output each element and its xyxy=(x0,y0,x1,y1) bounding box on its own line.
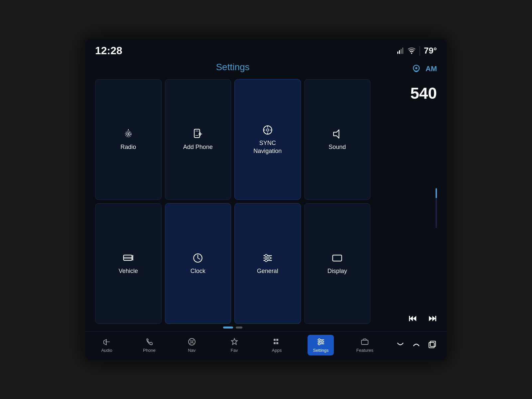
dot-active xyxy=(223,327,233,329)
main-content: Settings Radio xyxy=(85,60,447,331)
nav-phone[interactable]: Phone xyxy=(138,337,161,353)
svg-rect-38 xyxy=(435,316,436,321)
svg-rect-35 xyxy=(409,316,410,321)
svg-rect-1 xyxy=(399,50,400,54)
svg-point-29 xyxy=(265,259,267,261)
scroll-bar[interactable] xyxy=(436,188,437,228)
nav-features[interactable]: Features xyxy=(353,337,376,353)
svg-point-41 xyxy=(191,341,193,343)
svg-point-28 xyxy=(268,257,270,259)
svg-rect-30 xyxy=(333,255,342,261)
features-icon xyxy=(360,337,369,346)
right-top-icons: AM xyxy=(411,64,437,74)
svg-rect-43 xyxy=(274,339,276,341)
screen: 12:28 79° xyxy=(83,37,449,362)
left-panel: Settings Radio xyxy=(92,60,374,331)
display-label: Display xyxy=(328,267,347,275)
dot-inactive xyxy=(236,327,242,329)
prev-track-button[interactable] xyxy=(408,314,418,325)
svg-rect-55 xyxy=(430,341,436,346)
divider xyxy=(420,46,420,56)
features-label: Features xyxy=(356,348,373,353)
general-label: General xyxy=(257,267,278,275)
media-controls xyxy=(408,314,437,328)
svg-rect-2 xyxy=(401,49,402,54)
svg-point-7 xyxy=(128,133,129,135)
svg-rect-46 xyxy=(276,342,278,344)
svg-marker-16 xyxy=(333,130,339,138)
svg-point-27 xyxy=(265,254,267,257)
grid-item-general[interactable]: General xyxy=(234,203,301,324)
audio-label: Audio xyxy=(101,348,112,353)
svg-rect-0 xyxy=(397,52,398,54)
svg-rect-44 xyxy=(276,339,278,341)
clock-display: 12:28 xyxy=(95,45,122,57)
grid-item-vehicle[interactable]: Vehicle xyxy=(95,203,162,324)
frequency-display: 540 xyxy=(410,84,437,102)
svg-point-32 xyxy=(415,67,417,69)
svg-marker-33 xyxy=(410,316,413,321)
sync-nav-icon xyxy=(262,124,274,136)
svg-point-40 xyxy=(189,338,195,345)
svg-point-50 xyxy=(318,339,320,341)
phone-label: Phone xyxy=(143,348,156,353)
connected-icon xyxy=(411,64,422,74)
settings-label: Settings xyxy=(313,348,329,353)
next-track-button[interactable] xyxy=(428,314,437,325)
sync-nav-label: SYNCNavigation xyxy=(253,139,282,155)
apps-icon xyxy=(272,337,281,346)
grid-item-add-phone[interactable]: Add Phone xyxy=(165,79,231,200)
svg-marker-34 xyxy=(413,316,416,321)
grid-item-sync-nav[interactable]: SYNCNavigation xyxy=(234,79,301,200)
svg-rect-54 xyxy=(429,342,434,348)
nav-nav[interactable]: Nav xyxy=(180,337,203,353)
audio-icon xyxy=(102,337,111,346)
bottom-nav: Audio Phone Nav Fav xyxy=(85,331,447,360)
temperature: 79° xyxy=(424,46,437,56)
sound-icon xyxy=(331,128,343,140)
up-arrow-button[interactable] xyxy=(412,340,421,350)
nav-fav[interactable]: Fav xyxy=(223,337,246,353)
nav-settings[interactable]: Settings xyxy=(308,335,334,355)
grid-item-clock[interactable]: Clock xyxy=(165,203,231,324)
scroll-thumb xyxy=(436,188,437,198)
settings-grid: Radio Add Phone xyxy=(92,79,374,324)
nav-label: Nav xyxy=(188,348,196,353)
nav-audio[interactable]: Audio xyxy=(95,337,118,353)
phone-icon xyxy=(145,337,154,346)
svg-rect-3 xyxy=(402,48,403,54)
grid-item-radio[interactable]: Radio xyxy=(95,79,162,200)
nav-apps[interactable]: Apps xyxy=(265,337,288,353)
clock-label: Clock xyxy=(191,267,205,275)
svg-marker-37 xyxy=(432,316,436,321)
settings-icon xyxy=(317,337,325,346)
add-phone-label: Add Phone xyxy=(183,143,213,151)
svg-marker-36 xyxy=(429,316,432,321)
grid-item-display[interactable]: Display xyxy=(304,203,371,324)
general-icon xyxy=(262,252,274,264)
svg-rect-9 xyxy=(194,129,200,137)
add-phone-icon xyxy=(192,128,204,140)
radio-band: AM xyxy=(426,65,437,73)
grid-item-sound[interactable]: Sound xyxy=(304,79,371,200)
down-arrow-button[interactable] xyxy=(396,340,405,350)
svg-point-52 xyxy=(318,343,320,345)
vehicle-icon xyxy=(122,252,134,264)
svg-marker-42 xyxy=(231,338,237,344)
clock-icon xyxy=(192,252,204,264)
wifi-icon xyxy=(408,47,416,55)
page-title: Settings xyxy=(92,62,374,72)
status-icons xyxy=(397,47,416,55)
svg-point-4 xyxy=(411,53,412,54)
svg-point-15 xyxy=(266,129,269,131)
top-right-status: 79° xyxy=(397,46,437,56)
top-bar: 12:28 79° xyxy=(85,39,447,60)
radio-icon xyxy=(122,128,134,140)
page-dots xyxy=(92,324,374,331)
bottom-right-controls xyxy=(396,340,437,350)
display-icon xyxy=(331,252,343,264)
apps-label: Apps xyxy=(272,348,282,353)
nav-icon xyxy=(188,337,196,346)
svg-point-51 xyxy=(321,341,323,343)
pages-button[interactable] xyxy=(428,340,437,350)
